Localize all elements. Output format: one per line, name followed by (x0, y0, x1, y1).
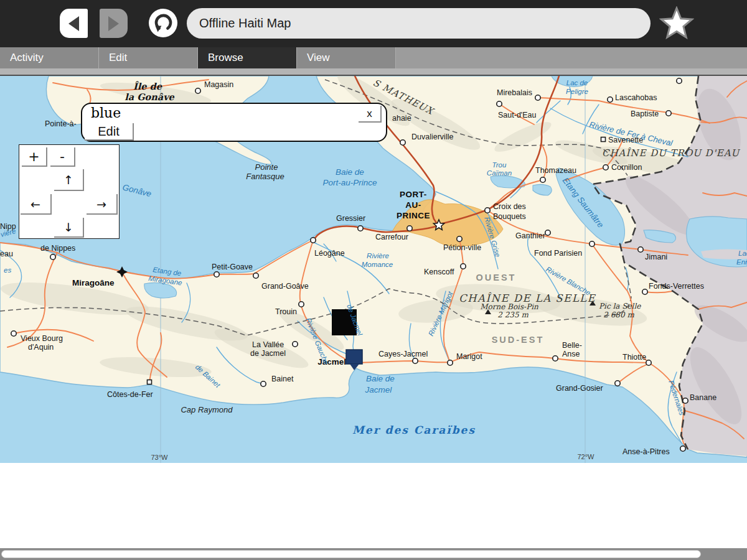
map-label: Cayes-Jacmel (378, 350, 428, 358)
town-circle-marker (400, 140, 405, 145)
map-label: Trou (492, 161, 507, 169)
map-label: Côtes-de-Fer (107, 390, 153, 399)
map-label: Lascahobas (615, 93, 657, 102)
popup-edit-button[interactable]: Edit (85, 123, 134, 141)
town-circle-marker (11, 331, 16, 336)
map-label: Bouquets (493, 212, 526, 221)
map-navigation-panel: + - ↑ ← → ↓ (19, 144, 120, 239)
map-label: Baie de (336, 167, 364, 177)
pan-up-button[interactable]: ↑ (54, 169, 84, 191)
map-label: Cap Raymond (181, 405, 233, 414)
map-label: PRINCE (397, 211, 430, 220)
map-label: Petit-Goave (212, 263, 253, 271)
map-label: 2 680 m (603, 310, 634, 319)
marker-description-text: blue (91, 105, 121, 121)
map-label: Île de (133, 81, 162, 91)
graticule-label: 72°W (577, 453, 594, 460)
forward-button[interactable] (100, 9, 128, 38)
map-label: Jacmel (365, 385, 393, 394)
town-circle-marker (535, 95, 540, 100)
map-label: Grand-Gosier (556, 384, 603, 393)
map-label: Anse (562, 350, 580, 358)
pan-down-button[interactable]: ↓ (54, 218, 84, 238)
map-label: de Jacmel (250, 349, 286, 358)
map-label: Léogâne (314, 249, 345, 258)
map-label: Belle- (562, 341, 582, 350)
address-input[interactable] (187, 8, 651, 39)
map-label: Duvalierville (411, 133, 453, 141)
jacmel-pin-marker[interactable] (346, 350, 362, 364)
town-circle-marker (540, 177, 545, 182)
tab-browse[interactable]: Browse (198, 47, 297, 68)
town-circle-marker (407, 226, 412, 231)
popup-close-button[interactable]: x (359, 106, 382, 123)
map-label: Caïman (487, 169, 512, 177)
town-circle-marker (50, 254, 55, 259)
town-circle-marker (448, 360, 453, 365)
map-label: Grand-Goâve (261, 282, 309, 291)
map-label: eau (0, 250, 13, 258)
map-label: Morne Bois-Pin (480, 302, 538, 311)
menu-bar-shadow (0, 68, 747, 76)
zoom-in-button[interactable]: + (22, 147, 47, 167)
map-label: Kenscoff (424, 268, 454, 276)
map-label: Miragoâne (72, 278, 115, 287)
pan-left-button[interactable]: ← (21, 194, 52, 215)
town-circle-marker (413, 358, 418, 363)
map-label: Mer des Caraïbes (352, 424, 476, 436)
horizontal-scrollbar-track[interactable] (0, 548, 747, 560)
map-label: de Nippes (40, 244, 75, 253)
map-label: Croix des (493, 202, 526, 211)
browser-toolbar (0, 0, 747, 47)
graticule-label: 73°W (151, 454, 168, 461)
back-arrow-icon (68, 16, 79, 31)
town-circle-marker (461, 264, 466, 269)
horizontal-scrollbar-thumb[interactable] (1, 550, 701, 558)
town-circle-marker (646, 360, 651, 365)
map-label: Gressier (336, 214, 365, 223)
map-label: Magasin (204, 80, 233, 89)
map-label: Pointe (255, 162, 278, 172)
map-label: Fantasque (246, 172, 284, 181)
town-circle-marker (195, 88, 200, 93)
town-circle-marker (553, 356, 558, 361)
favorite-star-button[interactable] (659, 6, 695, 42)
map-label: Trouin (275, 307, 297, 316)
town-circle-marker (677, 78, 682, 83)
town-circle-marker (638, 247, 643, 252)
map-label: Fonds-Verrettes (649, 282, 704, 291)
tab-edit[interactable]: Edit (99, 47, 198, 68)
reload-icon (149, 9, 177, 37)
back-button[interactable] (60, 9, 88, 38)
map-label: Mirebalais (497, 88, 532, 97)
map-label: Banane (690, 393, 716, 402)
marker-description-popup: blue x Edit (81, 103, 387, 142)
map-label: Pic la Selle (599, 302, 641, 310)
map-label: d'Aquin (28, 343, 54, 352)
reload-button[interactable] (149, 9, 177, 37)
map-label: Lac de (566, 79, 588, 86)
town-circle-marker (666, 111, 671, 116)
map-label: Cornillon (611, 163, 642, 172)
map-label: AU- (405, 200, 421, 210)
map-label: CHAÎNE DU TROU D'EAU (602, 147, 741, 159)
map-label: Baptiste (631, 110, 659, 118)
map-label: Thiotte (622, 353, 646, 362)
tab-view[interactable]: View (297, 47, 396, 68)
map-label: La Vallée (252, 340, 284, 349)
map-label: la Gonâve (125, 91, 174, 102)
tab-activity[interactable]: Activity (0, 47, 99, 68)
town-circle-marker (608, 97, 613, 102)
pan-right-button[interactable]: → (87, 194, 118, 215)
zoom-out-button[interactable]: - (50, 147, 75, 167)
map-label: Ganthier (515, 231, 545, 240)
town-circle-marker (590, 241, 594, 246)
town-circle-marker (680, 446, 685, 451)
map-label: Anse-à-Pitres (622, 447, 670, 456)
map-label: Port-au-Prince (322, 178, 377, 187)
map-label: PORT- (400, 190, 427, 199)
town-circle-marker (497, 101, 502, 106)
map-label: Lac (738, 250, 747, 257)
activity-menu-bar: Activity Edit Browse View (0, 47, 747, 68)
map-label: Jimani (645, 253, 667, 261)
